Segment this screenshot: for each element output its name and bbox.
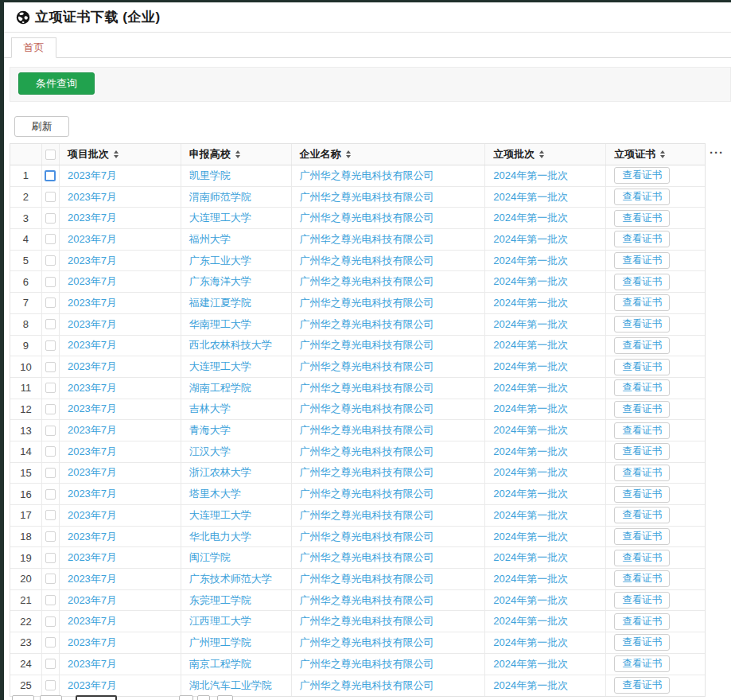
pager-page-input[interactable]	[76, 695, 117, 700]
row-checkbox-cell	[42, 527, 60, 547]
tab-home[interactable]: 首页	[11, 37, 56, 58]
project-batch-cell: 2023年7月	[60, 420, 181, 441]
header-approval-batch[interactable]: 立项批次	[485, 144, 606, 165]
header-certificate[interactable]: 立项证书	[606, 144, 705, 165]
condition-query-button[interactable]: 条件查询	[18, 72, 95, 95]
header-university[interactable]: 申报高校	[181, 144, 292, 165]
row-checkbox[interactable]	[45, 255, 56, 266]
certificate-cell: 查看证书	[606, 654, 705, 675]
row-checkbox[interactable]	[45, 510, 56, 520]
header-label: 项目批次	[68, 147, 109, 161]
row-checkbox[interactable]	[45, 277, 56, 287]
sort-icon[interactable]	[235, 150, 240, 158]
view-certificate-button[interactable]: 查看证书	[614, 528, 670, 545]
row-checkbox[interactable]	[45, 659, 56, 669]
view-certificate-button[interactable]: 查看证书	[614, 337, 670, 354]
view-certificate-button[interactable]: 查看证书	[614, 443, 670, 460]
view-certificate-button[interactable]: 查看证书	[614, 634, 670, 651]
row-checkbox[interactable]	[45, 298, 56, 308]
pager-first-button[interactable]	[12, 695, 34, 700]
view-certificate-button[interactable]: 查看证书	[614, 210, 670, 227]
company-cell: 广州华之尊光电科技有限公司	[292, 165, 486, 186]
sort-icon[interactable]	[346, 150, 351, 158]
sort-icon[interactable]	[114, 150, 119, 158]
row-checkbox[interactable]	[45, 531, 56, 542]
row-checkbox-cell	[42, 271, 60, 292]
refresh-button[interactable]: 刷新	[14, 116, 69, 137]
company-cell: 广州华之尊光电科技有限公司	[292, 378, 486, 399]
pager-next-button[interactable]	[179, 695, 193, 700]
view-certificate-button[interactable]: 查看证书	[614, 379, 670, 396]
view-certificate-button[interactable]: 查看证书	[614, 189, 670, 205]
view-certificate-button[interactable]: 查看证书	[614, 677, 670, 694]
view-certificate-button[interactable]: 查看证书	[614, 359, 670, 375]
row-checkbox[interactable]	[45, 616, 56, 627]
row-checkbox[interactable]	[45, 340, 56, 351]
pager-prev-button[interactable]	[40, 695, 62, 700]
certificate-cell: 查看证书	[606, 420, 705, 441]
header-company[interactable]: 企业名称	[292, 144, 486, 165]
view-certificate-button[interactable]: 查看证书	[614, 550, 670, 566]
view-certificate-button[interactable]: 查看证书	[614, 167, 670, 184]
row-checkbox-cell	[42, 547, 60, 568]
view-certificate-button[interactable]: 查看证书	[614, 592, 670, 609]
pager-last-button[interactable]	[197, 695, 210, 700]
row-checkbox[interactable]	[45, 637, 56, 648]
row-checkbox[interactable]	[45, 574, 56, 584]
sort-icon[interactable]	[660, 150, 665, 158]
view-certificate-button[interactable]: 查看证书	[614, 486, 670, 503]
view-certificate-button[interactable]: 查看证书	[614, 655, 670, 672]
header-label: 立项批次	[493, 147, 535, 161]
more-columns-button[interactable]: ···	[710, 146, 730, 161]
company-cell: 广州华之尊光电科技有限公司	[292, 399, 486, 420]
view-certificate-button[interactable]: 查看证书	[614, 401, 670, 418]
row-checkbox[interactable]	[45, 489, 56, 500]
project-batch-cell: 2023年7月	[60, 675, 181, 697]
project-batch-cell: 2023年7月	[60, 229, 181, 250]
row-checkbox[interactable]	[45, 446, 56, 457]
row-checkbox-cell	[42, 378, 60, 399]
view-certificate-button[interactable]: 查看证书	[614, 570, 670, 587]
view-certificate-button[interactable]: 查看证书	[614, 465, 670, 481]
approval-batch-cell: 2024年第一批次	[485, 484, 606, 504]
view-certificate-button[interactable]: 查看证书	[614, 274, 670, 290]
table-header-row: 项目批次 申报高校 企业名称 立项批次 立项证书	[10, 144, 705, 165]
view-certificate-button[interactable]: 查看证书	[614, 252, 670, 269]
view-certificate-button[interactable]: 查看证书	[614, 613, 670, 630]
row-checkbox[interactable]	[45, 553, 56, 563]
view-certificate-button[interactable]: 查看证书	[614, 507, 670, 523]
row-checkbox[interactable]	[45, 213, 56, 224]
row-checkbox[interactable]	[45, 468, 56, 478]
row-checkbox-cell	[42, 463, 60, 484]
row-checkbox[interactable]	[45, 426, 56, 436]
approval-batch-cell: 2024年第一批次	[485, 314, 606, 335]
row-checkbox[interactable]	[45, 234, 56, 244]
view-certificate-button[interactable]: 查看证书	[614, 231, 670, 247]
university-cell: 湖南工程学院	[181, 378, 292, 399]
row-checkbox[interactable]	[45, 680, 56, 690]
title-bar: 立项证书下载 (企业)	[4, 2, 731, 33]
globe-icon	[16, 10, 30, 25]
header-project-batch[interactable]: 项目批次	[60, 144, 181, 165]
window-left-edge	[0, 0, 4, 700]
row-checkbox[interactable]	[45, 362, 56, 372]
company-cell: 广州华之尊光电科技有限公司	[292, 632, 486, 653]
select-all-checkbox[interactable]	[45, 150, 56, 160]
row-checkbox[interactable]	[45, 319, 56, 329]
table-row: 172023年7月大连理工大学广州华之尊光电科技有限公司2024年第一批次查看证…	[10, 505, 705, 527]
row-checkbox[interactable]	[45, 595, 56, 605]
row-checkbox[interactable]	[45, 192, 56, 202]
header-select-all[interactable]	[42, 144, 60, 165]
page-title: 立项证书下载 (企业)	[35, 8, 161, 26]
view-certificate-button[interactable]: 查看证书	[614, 422, 670, 439]
project-batch-cell: 2023年7月	[60, 165, 181, 186]
sort-icon[interactable]	[539, 150, 544, 158]
university-cell: 大连理工大学	[181, 505, 292, 526]
view-certificate-button[interactable]: 查看证书	[614, 316, 670, 332]
certificate-cell: 查看证书	[606, 484, 705, 504]
row-checkbox[interactable]	[45, 404, 56, 414]
row-checkbox[interactable]	[45, 170, 56, 181]
row-checkbox[interactable]	[45, 383, 56, 393]
view-certificate-button[interactable]: 查看证书	[614, 294, 670, 311]
pager-size-select[interactable]	[217, 695, 233, 700]
